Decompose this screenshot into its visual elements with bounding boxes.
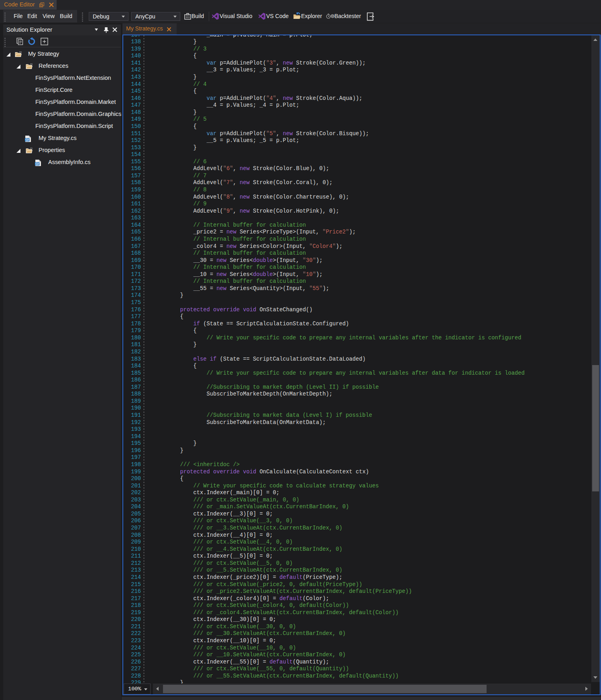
svg-text:C#: C# — [25, 138, 29, 141]
svg-text:C#: C# — [35, 162, 39, 165]
